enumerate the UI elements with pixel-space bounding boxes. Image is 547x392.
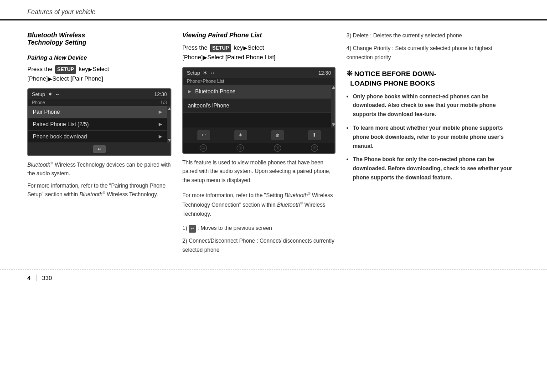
setup-badge-mid: SETUP [210,44,232,53]
screen-actions: ↩ ✶ 🗑 ⬆ [183,127,335,143]
setup-badge: SETUP [55,65,77,74]
arrow-icon: ▶ [159,122,162,127]
right-item-4: 4) Change Priority : Sets currently sele… [346,44,520,62]
arrow-icon: ▶ [159,134,162,139]
mid-screen-title: Setup [187,70,200,76]
screen-bottom: ↩ [28,143,170,155]
main-section-title: Bluetooth Wireless Technology Setting [27,31,171,46]
bt-icon: ✶ [48,91,52,97]
menu-items: Pair Phone ▶ Paired Phone List (2/5) ▶ P… [28,106,167,143]
mid-press-instructions: Press the SETUP key▶Select [Phone]▶Selec… [182,43,335,62]
left-column: Bluetooth Wireless Technology Setting Pa… [27,31,182,259]
mid-list-items: ▶ Bluetooth Phone anitooni's iPhone [183,85,331,127]
scroll-up-icon-mid [332,86,335,89]
screen-time-left: 12:30 [154,92,167,97]
menu-item-pair-phone: Pair Phone ▶ [28,106,167,118]
notice-title-text: NOTICE BEFORE DOWN- LOADING PHONE BOOKS [346,70,436,87]
list-item-2: 2) Connect/Disconnect Phone : Connect/ d… [182,237,335,255]
screen-body: Pair Phone ▶ Paired Phone List (2/5) ▶ P… [28,106,170,143]
caption-1: Bluetooth® Wireless Technology devices c… [27,161,171,178]
list-item-iphone: anitooni's iPhone [183,99,331,113]
page-footer: 4 330 [0,270,547,286]
main-content: Bluetooth Wireless Technology Setting Pa… [0,20,547,259]
scroll-down-icon [168,139,171,142]
connect-icon-mid: ↔ [210,70,216,76]
page-header-title: Features of your vehicle [27,8,95,15]
screen-header: Setup ✶ ↔ 12:30 [28,89,170,99]
pairing-instructions: Press the SETUP key▶Select [Phone]▶Selec… [27,65,171,84]
right-numbered-list: 3) Delete : Deletes the currently select… [346,31,520,62]
mid-numbered-list: 1) ↩ : Moves to the previous screen 2) C… [182,224,335,255]
pairing-subtitle: Pairing a New Device [27,54,171,61]
circle-2: ② [237,144,244,152]
list-item-bt-phone: ▶ Bluetooth Phone [183,85,331,99]
scroll-bar [167,106,170,143]
mid-scroll-bar [331,85,335,127]
circle-nums-bar: ① ② ③ ④ [183,143,335,153]
footer-number: 4 [27,275,36,281]
notice-title: ❊ NOTICE BEFORE DOWN- LOADING PHONE BOOK… [346,69,520,87]
mid-screen-header: Setup ✶ ↔ 12:30 [183,68,335,78]
mid-tab-bar: Phone>Phone List [183,78,335,85]
menu-item-paired-list: Paired Phone List (2/5) ▶ [28,118,167,131]
bt-icon-mid: ✶ [203,70,207,76]
action-bt: ✶ [234,130,247,140]
caption-2: For more information, refer to the "Pair… [27,182,171,199]
middle-column: Viewing Paired Phone List Press the SETU… [182,31,346,259]
mid-screen-time: 12:30 [318,70,331,76]
bullet-item-3: The Phone book for only the con-nected p… [346,155,520,182]
back-icon: ↩ [189,225,196,233]
menu-item-phonebook: Phone book download ▶ [28,131,167,143]
mid-section-title: Viewing Paired Phone List [182,31,335,39]
mid-screen-body: ▶ Bluetooth Phone anitooni's iPhone [183,85,335,127]
footer-page: 330 [42,275,52,281]
scroll-up-icon [168,107,171,110]
connect-icon: ↔ [55,91,61,97]
action-priority: ⬆ [308,130,321,140]
bullet-list: Only phone books within connect-ed phone… [346,92,520,183]
right-item-3: 3) Delete : Deletes the currently select… [346,31,520,41]
notice-box: ❊ NOTICE BEFORE DOWN- LOADING PHONE BOOK… [346,69,520,182]
action-delete: 🗑 [271,130,284,140]
circle-3: ③ [274,144,281,152]
play-icon: ▶ [188,89,191,94]
bullet-item-2: To learn more about whether your mobile … [346,124,520,151]
scroll-down-icon-mid [332,123,335,126]
screen-title-left: Setup [32,92,45,97]
notice-symbol: ❊ [346,70,352,77]
action-back: ↩ [197,130,210,140]
screen-tab-bar: Phone 1/3 [28,99,170,106]
mid-device-screen: Setup ✶ ↔ 12:30 Phone>Phone List ▶ Bluet… [182,67,335,154]
back-button-screen[interactable]: ↩ [93,145,106,153]
arrow-icon: ▶ [159,109,162,114]
mid-body-text-2: For more information, refer to the "Sett… [182,191,335,219]
list-item-1: 1) ↩ : Moves to the previous screen [182,224,335,233]
mid-body-text-1: This feature is used to view mobile phon… [182,158,335,185]
left-device-screen: Setup ✶ ↔ 12:30 Phone 1/3 Pair Phone ▶ P… [27,88,171,156]
page-header: Features of your vehicle [0,0,547,20]
circle-1: ① [200,144,207,152]
bullet-item-1: Only phone books within connect-ed phone… [346,92,520,119]
empty-space [183,113,331,127]
circle-4: ④ [311,144,318,152]
right-column: 3) Delete : Deletes the currently select… [346,31,520,259]
